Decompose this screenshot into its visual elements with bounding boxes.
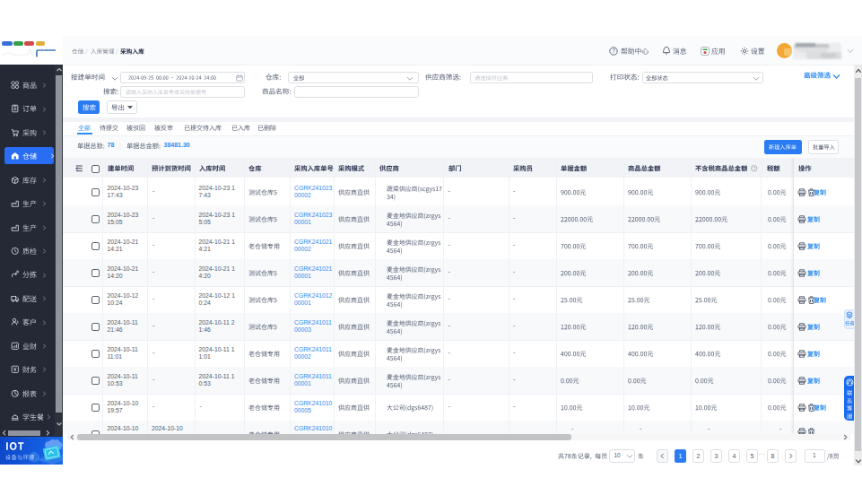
svg-text:?: ? — [753, 166, 755, 171]
svg-text:?: ? — [612, 48, 615, 54]
